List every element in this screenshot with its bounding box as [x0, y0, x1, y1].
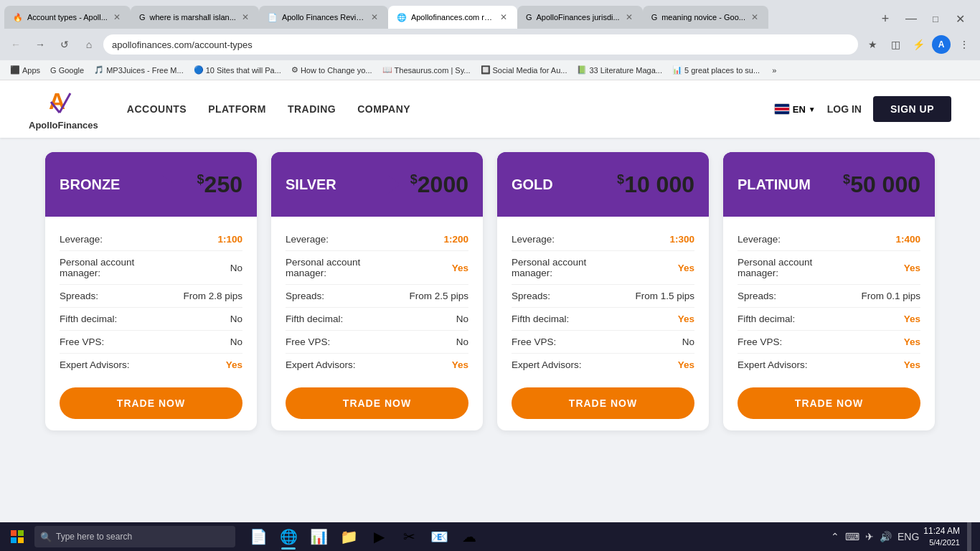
word-icon[interactable]: 📄: [244, 522, 273, 551]
bookmark-star-icon[interactable]: ★: [862, 34, 882, 55]
bookmark-favicon: 📊: [672, 65, 682, 75]
spreads-row: Spreads: From 1.5 pips: [512, 285, 694, 308]
network-icon[interactable]: ✈: [865, 531, 874, 542]
back-button[interactable]: ←: [6, 34, 26, 55]
nav-accounts[interactable]: ACCOUNTS: [127, 103, 187, 115]
expert-advisors-value: Yes: [678, 359, 694, 370]
free-vps-value: No: [456, 336, 468, 347]
nav-company[interactable]: COMPANY: [357, 103, 410, 115]
forward-button[interactable]: →: [30, 34, 50, 55]
account-type-name: GOLD: [512, 176, 553, 193]
fifth-decimal-value: No: [456, 314, 468, 324]
tab-favicon: 🔥: [13, 13, 23, 22]
search-input[interactable]: [56, 532, 230, 542]
fifth-decimal-value: Yes: [904, 314, 920, 324]
tab-close-icon[interactable]: ✕: [369, 12, 380, 22]
chrome-icon[interactable]: 🌐: [274, 522, 303, 551]
bookmark-item[interactable]: GGoogle: [46, 65, 88, 76]
nav-trading[interactable]: TRADING: [288, 103, 336, 115]
browser-tab-tab5[interactable]: G ApolloFinances jurisdi... ✕: [517, 6, 643, 29]
manager-value: Yes: [904, 263, 920, 273]
account-card-bronze: BRONZE $250 Leverage: 1:100 Personal acc…: [45, 152, 257, 430]
apollo-logo-svg: A: [45, 88, 81, 120]
leverage-label: Leverage:: [738, 234, 781, 245]
bookmark-item[interactable]: »: [765, 65, 781, 76]
trade-now-button[interactable]: TRADE NOW: [512, 387, 694, 419]
login-button[interactable]: LOG IN: [827, 103, 862, 115]
new-tab-button[interactable]: +: [875, 9, 895, 29]
leverage-value: 1:300: [669, 234, 694, 245]
trade-now-button[interactable]: TRADE NOW: [738, 387, 920, 419]
bookmark-item[interactable]: ⚙How to Change yo...: [287, 64, 377, 76]
snipping-tool-icon[interactable]: ✂: [395, 522, 423, 551]
expert-advisors-value: Yes: [226, 359, 242, 370]
manager-value: No: [230, 263, 242, 273]
svg-rect-6: [18, 537, 24, 543]
trade-now-button[interactable]: TRADE NOW: [286, 387, 468, 419]
tab-close-icon[interactable]: ✕: [624, 12, 634, 22]
volume-icon[interactable]: 🔊: [880, 531, 892, 542]
tab-close-icon[interactable]: ✕: [240, 12, 250, 22]
lang-toggle[interactable]: ENG: [897, 531, 919, 542]
expert-advisors-row: Expert Advisors: Yes: [738, 354, 920, 376]
file-explorer-icon[interactable]: 📁: [334, 522, 363, 551]
bookmark-item[interactable]: 📊5 great places to su...: [668, 64, 764, 76]
more-options-icon[interactable]: ⋮: [954, 34, 974, 55]
bookmark-item[interactable]: 📗33 Literature Maga...: [573, 64, 666, 76]
bookmarks-bar: ⬛AppsGGoogle🎵MP3Juices - Free M...🔵10 Si…: [0, 60, 980, 80]
bookmark-item[interactable]: 🎵MP3Juices - Free M...: [90, 64, 188, 76]
free-vps-row: Free VPS: No: [512, 331, 694, 354]
spreads-value: From 2.5 pips: [409, 291, 468, 301]
bookmark-item[interactable]: 🔲Social Media for Au...: [476, 64, 572, 76]
bookmark-favicon: 🔵: [194, 65, 204, 75]
signup-button[interactable]: SIGN UP: [873, 96, 951, 122]
tab-title: ApolloFinances jurisdi...: [536, 13, 619, 22]
profile-icon[interactable]: A: [931, 34, 951, 55]
excel-icon[interactable]: 📊: [304, 522, 333, 551]
reload-button[interactable]: ↺: [55, 34, 75, 55]
taskbar-search[interactable]: 🔍: [34, 526, 235, 547]
fifth-decimal-row: Fifth decimal: No: [286, 308, 468, 331]
card-badge: BRONZE: [45, 152, 160, 217]
cards-section: BRONZE $250 Leverage: 1:100 Personal acc…: [0, 138, 980, 445]
outlook-icon[interactable]: 📧: [425, 522, 453, 551]
browser-tab-tab6[interactable]: G meaning novice - Goo... ✕: [643, 6, 768, 29]
tab-close-icon[interactable]: ✕: [112, 12, 122, 22]
tab-close-icon[interactable]: ✕: [499, 12, 509, 22]
extensions-icon[interactable]: ⚡: [908, 34, 928, 55]
media-player-icon[interactable]: ▶: [364, 522, 393, 551]
tab-search-icon[interactable]: ◫: [885, 34, 905, 55]
home-button[interactable]: ⌂: [79, 34, 99, 55]
keyboard-icon[interactable]: ⌨: [845, 531, 859, 542]
nav-platform[interactable]: PLATFORM: [208, 103, 266, 115]
address-input[interactable]: [103, 34, 858, 55]
leverage-row: Leverage: 1:400: [738, 228, 920, 251]
trade-now-button[interactable]: TRADE NOW: [60, 387, 242, 419]
bookmark-favicon: ⬛: [10, 65, 20, 75]
bookmark-label: Google: [59, 66, 84, 75]
clock-date: 5/4/2021: [923, 537, 960, 548]
browser-tab-tab3[interactable]: 📄 Apollo Finances Revie... ✕: [259, 6, 388, 29]
card-body: Leverage: 1:400 Personal account manager…: [723, 217, 935, 430]
chevron-up-icon[interactable]: ⌃: [831, 531, 839, 542]
show-desktop-button[interactable]: [967, 522, 971, 551]
lang-chevron-icon: ▼: [809, 105, 816, 113]
leverage-row: Leverage: 1:200: [286, 228, 468, 251]
browser-tab-tab2[interactable]: G where is marshall islan... ✕: [131, 6, 259, 29]
close-button[interactable]: ✕: [950, 9, 970, 29]
browser-tab-tab1[interactable]: 🔥 Account types - Apoll... ✕: [4, 6, 131, 29]
minimize-button[interactable]: —: [901, 9, 921, 29]
restore-button[interactable]: □: [925, 9, 946, 29]
tab-close-icon[interactable]: ✕: [750, 12, 760, 22]
bookmark-item[interactable]: 📖Thesaurus.com | Sy...: [378, 64, 475, 76]
system-clock[interactable]: 11:24 AM 5/4/2021: [923, 525, 960, 548]
card-header: PLATINUM $50 000: [723, 152, 935, 217]
language-selector[interactable]: EN ▼: [774, 103, 816, 115]
bookmark-item[interactable]: 🔵10 Sites that will Pa...: [189, 64, 286, 76]
start-button[interactable]: [3, 522, 32, 551]
bookmark-item[interactable]: ⬛Apps: [6, 64, 44, 76]
onedrive-icon[interactable]: ☁: [455, 522, 484, 551]
taskbar: 🔍 📄🌐📊📁▶✂📧☁ ⌃ ⌨ ✈ 🔊 ENG 11:24 AM 5/4/2021: [0, 522, 980, 551]
bookmark-favicon: 📖: [382, 65, 392, 75]
browser-tab-tab4[interactable]: 🌐 Apollofinances.com re... ✕: [388, 6, 517, 29]
